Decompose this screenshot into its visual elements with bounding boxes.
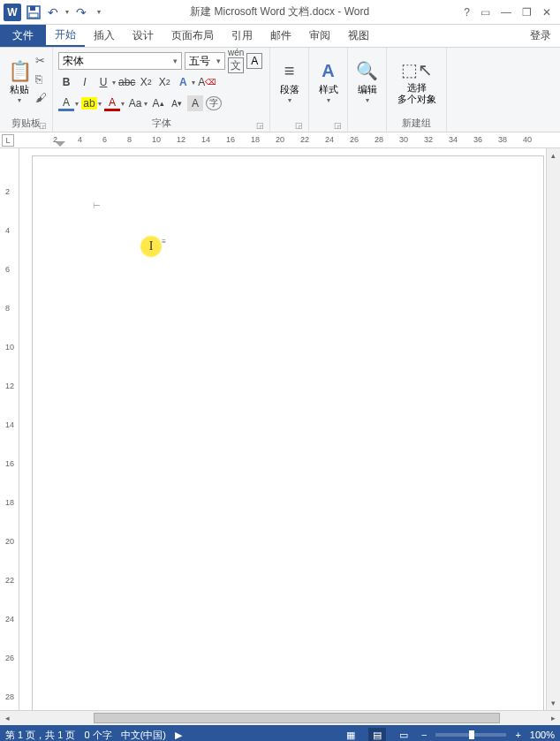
strikethrough-button[interactable]: abc [118, 74, 135, 90]
superscript-button[interactable]: X2 [156, 74, 172, 90]
document-area: 246810121416182022242628 ⊢ ≡ ▴ ▾ [0, 148, 560, 710]
ruler-h-tick: 24 [325, 135, 334, 144]
ruler-h-tick: 18 [251, 135, 260, 144]
undo-button[interactable]: ↶ [46, 5, 60, 19]
mouse-cursor-highlight: ≡ [140, 235, 163, 258]
ribbon-options-button[interactable]: ▭ [481, 6, 490, 19]
page-count-status[interactable]: 第 1 页，共 1 页 [5, 729, 75, 742]
horizontal-ruler[interactable]: L 246810121416182022242628303234363840 [0, 132, 560, 148]
login-link[interactable]: 登录 [521, 25, 560, 47]
character-shading-button[interactable]: A [187, 95, 203, 111]
tab-mailings[interactable]: 邮件 [261, 25, 300, 47]
zoom-slider[interactable] [435, 733, 506, 737]
restore-button[interactable]: ❐ [522, 6, 532, 19]
clipboard-group-label: 剪贴板◲ [5, 115, 47, 132]
format-painter-button[interactable]: 🖌 [35, 91, 47, 104]
ruler-h-tick: 38 [498, 135, 507, 144]
copy-button[interactable]: ⎘ [35, 72, 47, 86]
scroll-thumb[interactable] [94, 713, 500, 723]
italic-button[interactable]: I [77, 74, 93, 90]
minimize-button[interactable]: — [501, 6, 511, 19]
scroll-right-icon[interactable]: ▸ [546, 711, 560, 725]
ruler-v-tick: 18 [5, 498, 14, 507]
print-layout-button[interactable]: ▤ [368, 728, 386, 741]
qat-customize-icon[interactable]: ▾ [97, 8, 101, 16]
macro-icon[interactable]: ▶ [175, 730, 182, 741]
paragraph-launcher-icon[interactable]: ◲ [295, 121, 303, 130]
tab-file[interactable]: 文件 [0, 25, 46, 47]
ruler-h-tick: 26 [350, 135, 359, 144]
ruler-v-tick: 14 [5, 420, 14, 429]
change-case-button[interactable]: Aa [127, 95, 143, 111]
tab-references[interactable]: 引用 [223, 25, 261, 47]
help-button[interactable]: ? [464, 6, 470, 19]
scroll-left-icon[interactable]: ◂ [0, 711, 14, 725]
close-button[interactable]: ✕ [542, 6, 551, 19]
text-effects-button[interactable]: A [175, 74, 191, 90]
scroll-down-icon[interactable]: ▾ [547, 696, 560, 710]
status-bar: 第 1 页，共 1 页 0 个字 中文(中国) ▶ ▦ ▤ ▭ − + 100% [0, 725, 560, 741]
save-icon[interactable] [26, 5, 41, 19]
ruler-v-tick: 12 [5, 382, 14, 390]
font-launcher-icon[interactable]: ◲ [256, 121, 264, 130]
ruler-v-tick: 22 [5, 576, 14, 585]
tab-insert[interactable]: 插入 [85, 25, 124, 47]
vertical-scrollbar[interactable]: ▴ ▾ [546, 148, 560, 710]
character-border-button[interactable]: A [246, 53, 262, 69]
zoom-level[interactable]: 100% [530, 730, 555, 740]
paste-button[interactable]: 📋 粘贴 ▾ [5, 50, 34, 114]
select-multiple-objects-button[interactable]: ⬚↖ 选择多个对象 [392, 50, 441, 114]
tab-review[interactable]: 审阅 [300, 25, 339, 47]
horizontal-scrollbar[interactable]: ◂ ▸ [0, 710, 560, 725]
tab-view[interactable]: 视图 [339, 25, 378, 47]
ruler-v-tick: 26 [5, 654, 14, 662]
styles-button[interactable]: A 样式 ▾ [314, 50, 342, 114]
paragraph-button[interactable]: ≡ 段落 ▾ [276, 50, 303, 114]
shrink-font-button[interactable]: A▾ [169, 95, 185, 111]
font-name-selector[interactable]: 宋体▾ [58, 52, 182, 70]
zoom-in-button[interactable]: + [515, 730, 520, 740]
ruler-v-tick: 4 [5, 226, 10, 235]
tab-selector[interactable]: L [2, 134, 14, 147]
document-page[interactable]: ⊢ [32, 155, 544, 710]
clipboard-launcher-icon[interactable]: ◲ [39, 121, 47, 130]
grow-font-button[interactable]: A▴ [150, 95, 166, 111]
read-mode-button[interactable]: ▦ [342, 728, 359, 741]
cut-button[interactable]: ✂ [35, 54, 47, 67]
vertical-ruler[interactable]: 246810121416182022242628 [0, 148, 19, 710]
highlight-button[interactable]: ab [81, 95, 97, 111]
editing-button[interactable]: 🔍 编辑 ▾ [353, 50, 381, 114]
enclose-characters-button[interactable]: 字 [206, 96, 222, 110]
tab-layout[interactable]: 页面布局 [163, 25, 223, 47]
font-size-selector[interactable]: 五号▾ [185, 52, 225, 70]
page-viewport[interactable]: ⊢ ≡ [19, 148, 560, 710]
ribbon-tabs: 文件 开始 插入 设计 页面布局 引用 邮件 审阅 视图 登录 [0, 25, 560, 48]
font-color2-button[interactable]: A [58, 95, 74, 111]
bold-button[interactable]: B [58, 74, 74, 90]
styles-launcher-icon[interactable]: ◲ [334, 121, 342, 130]
subscript-button[interactable]: X2 [138, 74, 154, 90]
ruler-h-tick: 16 [226, 135, 235, 144]
ruler-h-tick: 20 [276, 135, 284, 144]
font-group-label: 字体◲ [58, 115, 264, 132]
clear-formatting-button[interactable]: A⌫ [198, 74, 216, 90]
tab-design[interactable]: 设计 [124, 25, 163, 47]
ruler-h-tick: 6 [102, 135, 107, 144]
underline-button[interactable]: U [95, 74, 111, 90]
tab-home[interactable]: 开始 [46, 25, 85, 47]
font-color-button[interactable]: A [104, 95, 120, 111]
ruler-h-tick: 40 [523, 135, 532, 144]
word-count-status[interactable]: 0 个字 [84, 729, 111, 742]
scroll-up-icon[interactable]: ▴ [547, 148, 560, 163]
redo-button[interactable]: ↷ [74, 5, 88, 19]
zoom-out-button[interactable]: − [421, 730, 427, 740]
ruler-v-tick: 10 [5, 343, 14, 352]
quick-access-toolbar: W ↶▾ ↷ ▾ [0, 4, 104, 21]
phonetic-guide-button[interactable]: wén文 [228, 49, 244, 73]
ruler-h-tick: 2 [53, 135, 57, 144]
group-clipboard: 📋 粘贴 ▾ ✂ ⎘ 🖌 剪贴板◲ [0, 48, 53, 132]
word-app-icon: W [4, 4, 21, 21]
ruler-h-tick: 8 [127, 135, 132, 144]
language-status[interactable]: 中文(中国) [121, 729, 166, 742]
web-layout-button[interactable]: ▭ [395, 728, 412, 741]
